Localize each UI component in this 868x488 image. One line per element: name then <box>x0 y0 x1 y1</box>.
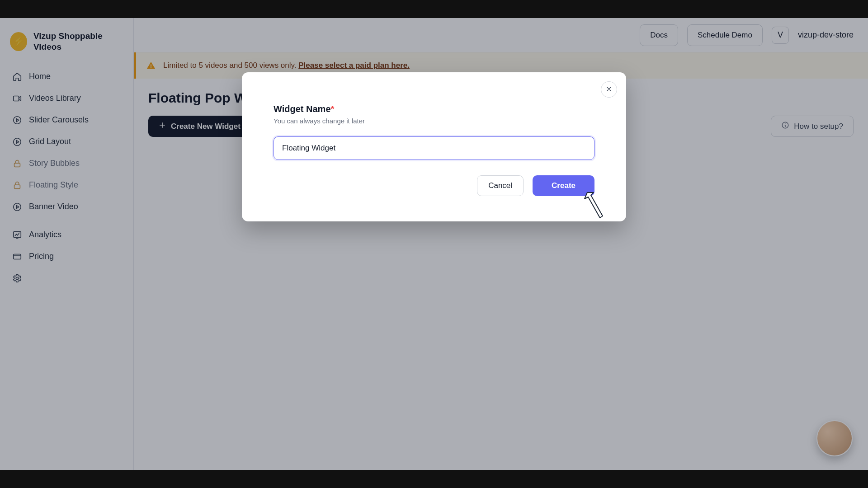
letterbox-bottom <box>0 470 868 488</box>
widget-name-label: Widget Name* <box>274 104 594 114</box>
create-button[interactable]: Create <box>533 175 594 196</box>
close-button[interactable] <box>601 81 617 98</box>
modal-overlay[interactable]: Widget Name* You can always change it la… <box>0 18 868 470</box>
create-widget-modal: Widget Name* You can always change it la… <box>242 72 626 221</box>
widget-name-input[interactable] <box>274 136 594 160</box>
modal-actions: Cancel Create <box>274 175 594 196</box>
close-icon <box>605 85 613 94</box>
app-wrapper: ⚡ Vizup Shoppable Videos Home Videos Lib… <box>0 18 868 470</box>
cancel-button[interactable]: Cancel <box>477 175 524 196</box>
letterbox-top <box>0 0 868 18</box>
widget-name-hint: You can always change it later <box>274 117 594 125</box>
